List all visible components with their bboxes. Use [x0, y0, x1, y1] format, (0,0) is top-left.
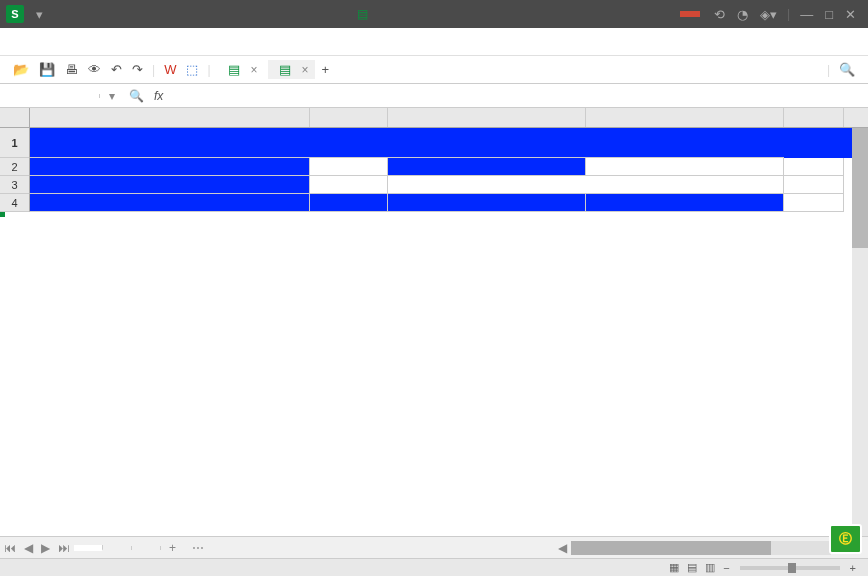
row-3: 3	[0, 176, 868, 194]
add-tab-icon[interactable]: +	[322, 62, 330, 77]
scrollbar-thumb[interactable]	[852, 128, 868, 248]
zoom-slider[interactable]	[740, 566, 840, 570]
sheet-tab-3[interactable]	[132, 546, 161, 550]
grid-body[interactable]: 1 2 3 4	[0, 128, 868, 536]
doc-tab-2[interactable]: ▤ ×	[268, 60, 315, 79]
formula-input[interactable]	[169, 94, 868, 98]
doc-tab-1[interactable]: ▤ ×	[217, 60, 264, 79]
doc-icon: ▤	[228, 62, 240, 77]
print-icon[interactable]: 🖶	[65, 62, 78, 77]
tab-nav-last-icon[interactable]: ⏭	[54, 539, 74, 557]
tab-close-icon[interactable]: ×	[302, 63, 309, 77]
select-all-corner[interactable]	[0, 108, 30, 127]
title-cell[interactable]	[30, 128, 784, 158]
sheet-tabs-bar: ⏮ ◀ ▶ ⏭ + ⋯ ◀ ▶	[0, 536, 868, 558]
cell-E2[interactable]	[784, 158, 844, 176]
row-4: 4	[0, 194, 868, 212]
col-header-B[interactable]	[310, 108, 388, 127]
zoom-out-icon[interactable]: −	[723, 562, 729, 574]
row-header[interactable]: 2	[0, 158, 30, 176]
sync-icon[interactable]: ⟲	[714, 7, 725, 22]
sheet-list-icon[interactable]: ⋯	[184, 539, 212, 557]
toolbar: 📂 💾 🖶 👁 ↶ ↷ | W ⬚ | ▤ × ▤ × + | 🔍	[0, 56, 868, 84]
skin-icon[interactable]: ◈▾	[760, 7, 777, 22]
title-bar: S ▾ ▤ ⟲ ◔ ◈▾ | — □ ✕	[0, 0, 868, 28]
col-header-D[interactable]	[586, 108, 784, 127]
cell-A2[interactable]	[30, 158, 310, 176]
doc-icon: ▤	[357, 7, 368, 21]
fx-icon[interactable]: fx	[148, 89, 169, 103]
tab-nav-next-icon[interactable]: ▶	[37, 539, 54, 557]
save-icon[interactable]: 💾	[39, 62, 55, 77]
w-icon[interactable]: W	[164, 62, 176, 77]
doc-icon: ▤	[279, 62, 291, 77]
tab-nav-prev-icon[interactable]: ◀	[20, 539, 37, 557]
search-icon[interactable]: 🔍	[839, 62, 855, 77]
view-normal-icon[interactable]: ▦	[669, 561, 679, 574]
tab-nav-first-icon[interactable]: ⏮	[0, 539, 20, 557]
menu-bar	[0, 28, 868, 56]
undo-icon[interactable]: ↶	[111, 62, 122, 77]
cell-A3[interactable]	[30, 176, 310, 194]
open-icon[interactable]: 📂	[13, 62, 29, 77]
app-logo: S	[6, 5, 24, 23]
col-header-C[interactable]	[388, 108, 586, 127]
hscroll-left-icon[interactable]: ◀	[554, 539, 571, 557]
scrollbar-thumb[interactable]	[571, 541, 771, 555]
zoom-icon[interactable]: 🔍	[124, 89, 148, 103]
cell-C2[interactable]	[388, 158, 586, 176]
vertical-scrollbar[interactable]	[852, 128, 868, 536]
row-2: 2	[0, 158, 868, 176]
row-header[interactable]: 1	[0, 128, 30, 158]
zoom-in-icon[interactable]: +	[850, 562, 856, 574]
cell-B2[interactable]	[310, 158, 388, 176]
sheet-tab-1[interactable]	[74, 545, 103, 551]
formula-bar: ▾ 🔍 fx	[0, 84, 868, 108]
spreadsheet: 1 2 3 4	[0, 108, 868, 536]
col-header-E[interactable]	[784, 108, 844, 127]
row-header[interactable]: 3	[0, 176, 30, 194]
active-cell-indicator	[0, 212, 4, 216]
cell-D4[interactable]	[586, 194, 784, 212]
status-bar: ▦ ▤ ▥ − +	[0, 558, 868, 576]
cell-E4[interactable]	[784, 194, 844, 212]
cell-A4[interactable]	[30, 194, 310, 212]
view-break-icon[interactable]: ▥	[705, 561, 715, 574]
watermark: Ⓔ	[829, 524, 862, 554]
row-header[interactable]: 4	[0, 194, 30, 212]
column-headers	[0, 108, 868, 128]
name-dropdown-icon[interactable]: ▾	[100, 89, 124, 103]
col-header-A[interactable]	[30, 108, 310, 127]
cell-D2[interactable]	[586, 158, 784, 176]
cell-C4[interactable]	[388, 194, 586, 212]
dropdown-icon[interactable]: ▾	[36, 7, 43, 22]
cell-B4[interactable]	[310, 194, 388, 212]
maximize-icon[interactable]: □	[825, 7, 833, 22]
box-icon[interactable]: ⬚	[186, 62, 198, 77]
zoom-thumb[interactable]	[788, 563, 796, 573]
horizontal-scrollbar[interactable]	[571, 541, 831, 555]
add-sheet-icon[interactable]: +	[161, 539, 184, 557]
close-icon[interactable]: ✕	[845, 7, 856, 22]
redo-icon[interactable]: ↷	[132, 62, 143, 77]
row-1: 1	[0, 128, 868, 158]
minimize-icon[interactable]: —	[800, 7, 813, 22]
cell-B3[interactable]	[310, 176, 388, 194]
view-page-icon[interactable]: ▤	[687, 561, 697, 574]
cell-E3[interactable]	[784, 176, 844, 194]
sheet-tab-2[interactable]	[103, 546, 132, 550]
tab-close-icon[interactable]: ×	[251, 63, 258, 77]
login-button[interactable]	[680, 11, 700, 17]
preview-icon[interactable]: 👁	[88, 62, 101, 77]
name-box[interactable]	[0, 94, 100, 98]
cell-C3[interactable]	[388, 176, 784, 194]
cloud-icon[interactable]: ◔	[737, 7, 748, 22]
